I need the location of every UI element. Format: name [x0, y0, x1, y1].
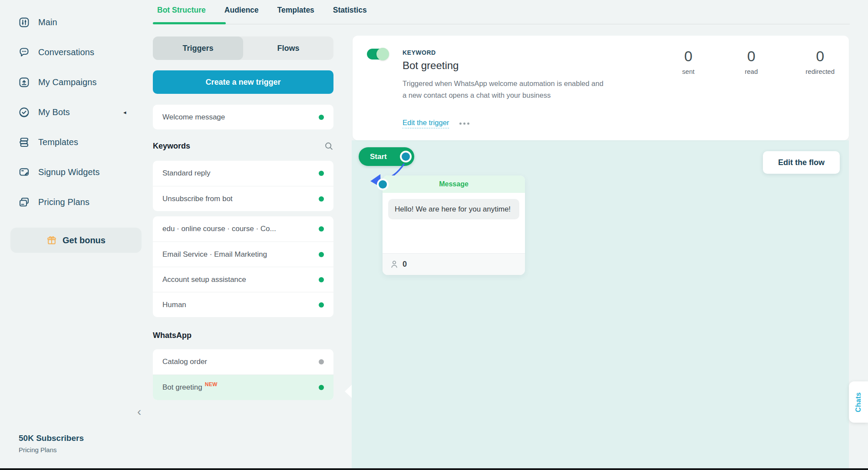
message-node-footer: 0: [383, 253, 525, 275]
message-input-port[interactable]: [377, 179, 389, 190]
status-dot: [319, 171, 324, 176]
stat-label: read: [745, 68, 758, 75]
trigger-enabled-toggle[interactable]: [367, 49, 387, 60]
stat-label: sent: [682, 68, 694, 75]
trigger-row-label: Account setup assistance: [162, 275, 246, 284]
trigger-row-label: Email Service · Email Marketing: [162, 250, 267, 259]
trigger-row-label: Bot greeting: [162, 383, 202, 392]
status-dot: [319, 226, 324, 232]
sidebar-item-label: Templates: [38, 137, 78, 147]
trigger-stats: 0 sent 0 read 0 redirected: [680, 48, 835, 75]
status-dot: [319, 359, 324, 364]
stat-value: 0: [747, 48, 756, 65]
bot-check-icon: [18, 106, 30, 118]
tab-audience[interactable]: Audience: [224, 6, 259, 15]
trigger-row-label: edu · online course · course · Co...: [162, 225, 276, 233]
panel-collapse-handle-icon[interactable]: [345, 385, 352, 398]
gift-icon: [46, 235, 57, 245]
collapse-caret-icon[interactable]: ◂: [123, 109, 126, 116]
stat-value: 0: [816, 48, 824, 65]
scroll-up-chevron-icon[interactable]: ‹: [137, 406, 141, 418]
whatsapp-heading: WhatsApp: [153, 331, 191, 340]
tab-statistics[interactable]: Statistics: [333, 6, 367, 15]
trigger-row[interactable]: Unsubscribe from bot: [153, 186, 333, 211]
trigger-row-label: Human: [162, 301, 186, 309]
stat-read: 0 read: [743, 48, 760, 75]
keywords-heading: Keywords: [153, 142, 190, 151]
trigger-row-label: Welcome message: [162, 113, 225, 122]
flow-start-node[interactable]: Start: [359, 147, 414, 166]
segment-flows[interactable]: Flows: [243, 36, 333, 60]
get-bonus-label: Get bonus: [63, 235, 106, 245]
trigger-type-label: KEYWORD: [403, 49, 436, 56]
edit-trigger-link[interactable]: Edit the trigger: [403, 119, 449, 129]
pricing-plans-link[interactable]: Pricing Plans: [19, 446, 57, 453]
status-dot: [319, 385, 324, 390]
sidebar-item-my-bots[interactable]: My Bots ◂: [0, 103, 148, 121]
sidebar-item-label: Conversations: [38, 47, 94, 57]
tab-divider: [153, 24, 850, 24]
status-dot: [319, 115, 324, 120]
status-dot: [319, 302, 324, 308]
keyword-group-1: Standard reply Unsubscribe from bot: [153, 161, 333, 211]
message-node-header: Message: [383, 175, 525, 193]
stack-icon: [18, 136, 30, 148]
sidebar-item-label: Pricing Plans: [38, 197, 89, 207]
trigger-actions: Edit the trigger: [403, 119, 469, 129]
pricing-cards-icon: [18, 196, 30, 208]
window-bottom-edge: [0, 468, 868, 470]
message-bubble-text: Hello! We are here for you anytime!: [388, 199, 519, 219]
sidebar-item-my-campaigns[interactable]: My Campaigns: [0, 73, 148, 91]
trigger-row-label: Unsubscribe from bot: [162, 195, 233, 203]
upload-square-icon: [18, 76, 30, 88]
trigger-row-welcome-message[interactable]: Welcome message: [153, 105, 333, 129]
tab-bot-structure[interactable]: Bot Structure: [157, 6, 206, 15]
start-output-port[interactable]: [400, 151, 412, 162]
keyword-detail-card: KEYWORD Bot greeting Triggered when What…: [353, 36, 849, 140]
chats-side-tab[interactable]: Chats: [849, 381, 868, 423]
stat-redirected: 0 redirected: [805, 48, 835, 75]
create-new-trigger-button[interactable]: Create a new trigger: [153, 70, 333, 94]
trigger-row[interactable]: edu · online course · course · Co...: [153, 216, 333, 242]
triggers-flows-segmented-control: Triggers Flows: [153, 36, 333, 60]
flow-message-node[interactable]: Message Hello! We are here for you anyti…: [383, 175, 525, 275]
trigger-description: Triggered when WhatsApp welcome automati…: [403, 78, 606, 101]
chatbot-builder-app: Main Conversations My Campaigns: [0, 0, 868, 470]
trigger-row[interactable]: Human: [153, 292, 333, 317]
trigger-row-catalog-order[interactable]: Catalog order: [153, 349, 333, 374]
more-options-icon[interactable]: [459, 122, 469, 125]
settings-sliders-icon: [18, 17, 30, 28]
segment-triggers[interactable]: Triggers: [153, 36, 243, 60]
keyword-group-2: edu · online course · course · Co... Ema…: [153, 216, 333, 317]
sidebar-item-main[interactable]: Main: [0, 13, 148, 31]
toggle-knob: [376, 48, 389, 60]
sidebar: Main Conversations My Campaigns: [0, 0, 148, 470]
edit-flow-button[interactable]: Edit the flow: [763, 151, 840, 174]
whatsapp-heading-row: WhatsApp: [153, 331, 333, 340]
get-bonus-button[interactable]: Get bonus: [10, 228, 142, 253]
stat-sent: 0 sent: [680, 48, 697, 75]
trigger-row-label: Catalog order: [162, 357, 207, 366]
search-icon[interactable]: [324, 142, 333, 151]
trigger-row[interactable]: Email Service · Email Marketing: [153, 242, 333, 267]
trigger-row-bot-greeting[interactable]: Bot greeting NEW: [153, 374, 333, 400]
sidebar-item-label: My Campaigns: [38, 77, 97, 87]
status-dot: [319, 277, 324, 282]
sidebar-item-label: My Bots: [38, 107, 70, 117]
trigger-row[interactable]: Account setup assistance: [153, 267, 333, 292]
sidebar-item-conversations[interactable]: Conversations: [0, 43, 148, 61]
sidebar-item-templates[interactable]: Templates: [0, 133, 148, 151]
widget-pencil-icon: [18, 166, 30, 178]
subscribers-plan-title: 50K Subscribers: [19, 434, 84, 443]
bot-tabs: Bot Structure Audience Templates Statist…: [157, 6, 367, 15]
whatsapp-group: Catalog order Bot greeting NEW: [153, 349, 333, 400]
sidebar-item-label: Signup Widgets: [38, 167, 99, 177]
welcome-message-card: Welcome message: [153, 105, 333, 129]
sidebar-item-pricing-plans[interactable]: Pricing Plans: [0, 193, 148, 211]
sidebar-item-signup-widgets[interactable]: Signup Widgets: [0, 163, 148, 181]
chat-bubble-icon: [18, 46, 30, 58]
trigger-row[interactable]: Standard reply: [153, 161, 333, 186]
tab-templates[interactable]: Templates: [277, 6, 314, 15]
stat-label: redirected: [805, 68, 835, 75]
trigger-row-label: Standard reply: [162, 169, 211, 178]
